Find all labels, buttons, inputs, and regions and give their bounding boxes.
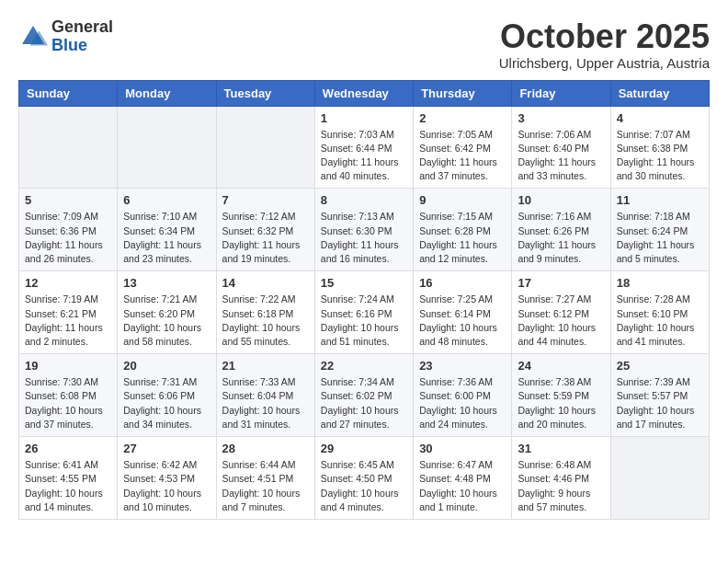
day-number: 4	[617, 111, 703, 125]
calendar-cell: 7Sunrise: 7:12 AM Sunset: 6:32 PM Daylig…	[216, 189, 314, 271]
calendar-cell: 4Sunrise: 7:07 AM Sunset: 6:38 PM Daylig…	[610, 106, 709, 189]
location-text: Ulrichsberg, Upper Austria, Austria	[499, 55, 710, 71]
day-number: 8	[321, 193, 407, 207]
day-info: Sunrise: 7:12 AM Sunset: 6:32 PM Dayligh…	[222, 210, 309, 266]
day-info: Sunrise: 7:19 AM Sunset: 6:21 PM Dayligh…	[25, 293, 111, 349]
day-number: 18	[617, 276, 703, 290]
day-info: Sunrise: 7:33 AM Sunset: 6:04 PM Dayligh…	[222, 375, 309, 431]
day-number: 17	[518, 276, 604, 290]
day-info: Sunrise: 7:13 AM Sunset: 6:30 PM Dayligh…	[321, 210, 407, 266]
day-number: 23	[419, 359, 506, 373]
day-number: 6	[123, 193, 210, 207]
day-info: Sunrise: 7:27 AM Sunset: 6:12 PM Dayligh…	[518, 293, 604, 349]
calendar-cell: 28Sunrise: 6:44 AM Sunset: 4:51 PM Dayli…	[216, 437, 314, 520]
day-number: 1	[321, 111, 407, 125]
day-number: 7	[222, 193, 309, 207]
day-number: 25	[617, 359, 703, 373]
calendar-cell	[118, 106, 216, 189]
day-number: 12	[25, 276, 111, 290]
title-block: October 2025 Ulrichsberg, Upper Austria,…	[499, 18, 710, 71]
calendar-cell: 13Sunrise: 7:21 AM Sunset: 6:20 PM Dayli…	[118, 271, 216, 354]
day-info: Sunrise: 7:16 AM Sunset: 6:26 PM Dayligh…	[518, 210, 604, 266]
day-info: Sunrise: 7:30 AM Sunset: 6:08 PM Dayligh…	[25, 375, 111, 431]
calendar-cell	[216, 106, 314, 189]
day-number: 26	[25, 442, 111, 455]
calendar-cell: 16Sunrise: 7:25 AM Sunset: 6:14 PM Dayli…	[414, 271, 512, 354]
calendar-cell: 2Sunrise: 7:05 AM Sunset: 6:42 PM Daylig…	[414, 106, 512, 189]
calendar-cell	[19, 106, 118, 189]
day-info: Sunrise: 7:03 AM Sunset: 6:44 PM Dayligh…	[321, 128, 407, 184]
day-number: 2	[419, 111, 506, 125]
calendar-cell	[610, 437, 709, 520]
logo: General Blue	[18, 18, 113, 55]
calendar-cell: 15Sunrise: 7:24 AM Sunset: 6:16 PM Dayli…	[314, 271, 413, 354]
calendar-cell: 6Sunrise: 7:10 AM Sunset: 6:34 PM Daylig…	[118, 189, 216, 271]
calendar-cell: 25Sunrise: 7:39 AM Sunset: 5:57 PM Dayli…	[610, 354, 709, 437]
calendar-cell: 30Sunrise: 6:47 AM Sunset: 4:48 PM Dayli…	[414, 437, 512, 520]
calendar-week-row: 26Sunrise: 6:41 AM Sunset: 4:55 PM Dayli…	[19, 437, 710, 520]
calendar-cell: 29Sunrise: 6:45 AM Sunset: 4:50 PM Dayli…	[314, 437, 413, 520]
day-number: 30	[419, 442, 506, 455]
day-number: 15	[321, 276, 407, 290]
day-info: Sunrise: 7:05 AM Sunset: 6:42 PM Dayligh…	[419, 128, 506, 184]
day-number: 22	[321, 359, 407, 373]
weekday-header: Tuesday	[216, 80, 314, 106]
day-info: Sunrise: 7:06 AM Sunset: 6:40 PM Dayligh…	[518, 128, 604, 184]
day-info: Sunrise: 7:15 AM Sunset: 6:28 PM Dayligh…	[419, 210, 506, 266]
calendar-cell: 17Sunrise: 7:27 AM Sunset: 6:12 PM Dayli…	[512, 271, 610, 354]
day-number: 28	[222, 442, 309, 455]
calendar-cell: 26Sunrise: 6:41 AM Sunset: 4:55 PM Dayli…	[19, 437, 118, 520]
day-info: Sunrise: 7:28 AM Sunset: 6:10 PM Dayligh…	[617, 293, 703, 349]
calendar-cell: 5Sunrise: 7:09 AM Sunset: 6:36 PM Daylig…	[19, 189, 118, 271]
calendar-cell: 9Sunrise: 7:15 AM Sunset: 6:28 PM Daylig…	[414, 189, 512, 271]
day-info: Sunrise: 7:22 AM Sunset: 6:18 PM Dayligh…	[222, 293, 309, 349]
day-number: 3	[518, 111, 604, 125]
calendar-cell: 18Sunrise: 7:28 AM Sunset: 6:10 PM Dayli…	[610, 271, 709, 354]
calendar-cell: 8Sunrise: 7:13 AM Sunset: 6:30 PM Daylig…	[314, 189, 413, 271]
weekday-header: Saturday	[610, 80, 709, 106]
logo-text: General Blue	[51, 18, 113, 55]
page-header: General Blue October 2025 Ulrichsberg, U…	[18, 18, 710, 71]
day-info: Sunrise: 6:42 AM Sunset: 4:53 PM Dayligh…	[123, 458, 210, 514]
day-info: Sunrise: 6:45 AM Sunset: 4:50 PM Dayligh…	[321, 458, 407, 514]
day-info: Sunrise: 7:31 AM Sunset: 6:06 PM Dayligh…	[123, 375, 210, 431]
calendar-week-row: 5Sunrise: 7:09 AM Sunset: 6:36 PM Daylig…	[19, 189, 710, 271]
calendar-cell: 21Sunrise: 7:33 AM Sunset: 6:04 PM Dayli…	[216, 354, 314, 437]
month-title: October 2025	[499, 18, 710, 55]
day-number: 27	[123, 442, 210, 455]
day-info: Sunrise: 7:09 AM Sunset: 6:36 PM Dayligh…	[25, 210, 111, 266]
weekday-header: Wednesday	[314, 80, 413, 106]
day-number: 10	[518, 193, 604, 207]
day-info: Sunrise: 7:36 AM Sunset: 6:00 PM Dayligh…	[419, 375, 506, 431]
calendar-cell: 23Sunrise: 7:36 AM Sunset: 6:00 PM Dayli…	[414, 354, 512, 437]
calendar-week-row: 1Sunrise: 7:03 AM Sunset: 6:44 PM Daylig…	[19, 106, 710, 189]
day-number: 13	[123, 276, 210, 290]
day-number: 11	[617, 193, 703, 207]
day-info: Sunrise: 7:10 AM Sunset: 6:34 PM Dayligh…	[123, 210, 210, 266]
calendar-cell: 10Sunrise: 7:16 AM Sunset: 6:26 PM Dayli…	[512, 189, 610, 271]
weekday-header-row: SundayMondayTuesdayWednesdayThursdayFrid…	[19, 80, 710, 106]
calendar-cell: 22Sunrise: 7:34 AM Sunset: 6:02 PM Dayli…	[314, 354, 413, 437]
logo-general: General	[51, 17, 113, 36]
day-number: 9	[419, 193, 506, 207]
weekday-header: Sunday	[19, 80, 118, 106]
logo-blue: Blue	[51, 36, 87, 54]
calendar-cell: 14Sunrise: 7:22 AM Sunset: 6:18 PM Dayli…	[216, 271, 314, 354]
day-number: 14	[222, 276, 309, 290]
weekday-header: Friday	[512, 80, 610, 106]
day-number: 19	[25, 359, 111, 373]
day-number: 21	[222, 359, 309, 373]
calendar-cell: 20Sunrise: 7:31 AM Sunset: 6:06 PM Dayli…	[118, 354, 216, 437]
day-info: Sunrise: 7:24 AM Sunset: 6:16 PM Dayligh…	[321, 293, 407, 349]
day-info: Sunrise: 7:25 AM Sunset: 6:14 PM Dayligh…	[419, 293, 506, 349]
calendar-week-row: 19Sunrise: 7:30 AM Sunset: 6:08 PM Dayli…	[19, 354, 710, 437]
day-info: Sunrise: 6:47 AM Sunset: 4:48 PM Dayligh…	[419, 458, 506, 514]
day-info: Sunrise: 6:48 AM Sunset: 4:46 PM Dayligh…	[518, 458, 604, 514]
calendar-cell: 11Sunrise: 7:18 AM Sunset: 6:24 PM Dayli…	[610, 189, 709, 271]
calendar-cell: 19Sunrise: 7:30 AM Sunset: 6:08 PM Dayli…	[19, 354, 118, 437]
weekday-header: Monday	[118, 80, 216, 106]
day-number: 16	[419, 276, 506, 290]
calendar-week-row: 12Sunrise: 7:19 AM Sunset: 6:21 PM Dayli…	[19, 271, 710, 354]
day-info: Sunrise: 6:44 AM Sunset: 4:51 PM Dayligh…	[222, 458, 309, 514]
day-info: Sunrise: 7:07 AM Sunset: 6:38 PM Dayligh…	[617, 128, 703, 184]
